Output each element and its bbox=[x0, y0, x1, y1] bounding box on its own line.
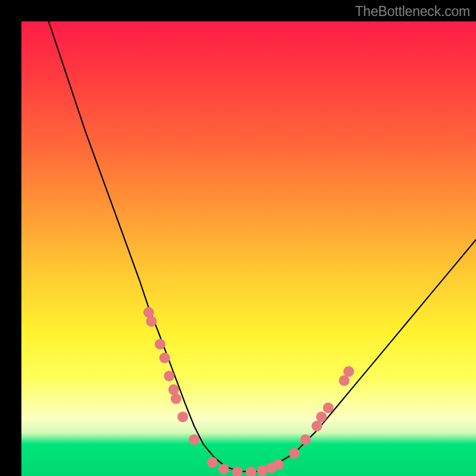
curve-marker bbox=[300, 434, 311, 445]
curve-marker bbox=[164, 371, 174, 381]
curve-marker bbox=[168, 384, 179, 395]
curve-marker bbox=[343, 366, 354, 377]
curve-marker bbox=[257, 465, 268, 476]
curve-marker bbox=[143, 307, 154, 318]
bottleneck-curve bbox=[49, 21, 476, 471]
chart-frame: TheBottleneck.com bbox=[0, 0, 476, 476]
curve-marker bbox=[155, 339, 165, 349]
curve-marker bbox=[316, 412, 327, 422]
plot-area bbox=[21, 21, 476, 476]
watermark-text: TheBottleneck.com bbox=[355, 4, 470, 20]
curve-layer bbox=[21, 21, 476, 476]
curve-marker bbox=[146, 316, 157, 327]
curve-marker bbox=[246, 466, 256, 476]
curve-marker bbox=[312, 421, 322, 431]
curve-marker bbox=[289, 448, 299, 459]
curve-marker bbox=[189, 434, 199, 445]
curve-marker bbox=[171, 393, 181, 404]
curve-marker bbox=[177, 412, 188, 422]
curve-marker bbox=[207, 457, 218, 468]
curve-marker bbox=[339, 375, 349, 386]
curve-marker bbox=[273, 459, 284, 470]
curve-markers bbox=[143, 307, 354, 476]
curve-marker bbox=[232, 466, 243, 476]
curve-marker bbox=[218, 464, 229, 475]
curve-marker bbox=[159, 352, 170, 363]
curve-marker bbox=[323, 402, 334, 413]
